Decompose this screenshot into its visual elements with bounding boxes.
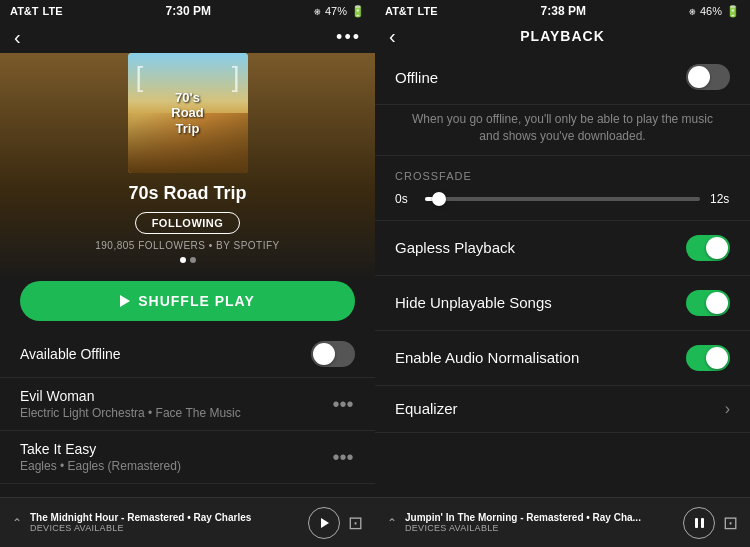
track-more-button[interactable]: ••• [331,393,355,416]
right-np-info: Jumpin' In The Morning - Remastered • Ra… [405,512,675,533]
toggle-thumb [706,292,728,314]
crossfade-max: 12s [710,192,730,206]
right-time: 7:38 PM [541,4,586,18]
settings-equalizer-label: Equalizer [395,400,458,417]
track-more-button[interactable]: ••• [331,446,355,469]
toggle-thumb [706,237,728,259]
gapless-toggle[interactable] [686,235,730,261]
shuffle-play-button[interactable]: SHUFFLE PLAY [20,281,355,321]
right-carrier: AT&T [385,5,414,17]
bracket-left: [ [136,61,144,93]
playlist-header: [ ] 70's Road Trip 70s Road Trip FOLLOWI… [0,53,375,281]
right-bluetooth-icon: ⎈ [689,5,696,17]
chevron-right-icon: › [725,400,730,418]
right-battery: 46% [700,5,722,17]
settings-normalisation-label: Enable Audio Normalisation [395,349,579,366]
right-expand-icon: ⌃ [387,516,397,530]
right-battery-icon: 🔋 [726,5,740,18]
shuffle-label: SHUFFLE PLAY [138,293,255,309]
track-list: Evil Woman Electric Light Orchestra • Fa… [0,378,375,497]
back-button[interactable]: ‹ [14,26,21,49]
album-art-text: 70's Road Trip [171,90,204,137]
pause-bar-1 [695,518,698,528]
right-panel: AT&T LTE 7:38 PM ⎈ 46% 🔋 ‹ PLAYBACK Offl… [375,0,750,547]
toggle-thumb [706,347,728,369]
right-nav: ‹ PLAYBACK [375,22,750,50]
np-info: The Midnight Hour - Remastered • Ray Cha… [30,512,300,533]
settings-list: Offline When you go offline, you'll only… [375,50,750,497]
right-back-button[interactable]: ‹ [389,25,396,48]
offline-settings-toggle[interactable] [686,64,730,90]
offline-row: Available Offline [0,331,375,378]
play-icon [120,295,130,307]
offline-description: When you go offline, you'll only be able… [375,105,750,156]
follow-button[interactable]: FOLLOWING [135,212,241,234]
left-time: 7:30 PM [166,4,211,18]
pause-bar-2 [701,518,704,528]
np-title: The Midnight Hour - Remastered • Ray Cha… [30,512,300,523]
hide-unplayable-toggle[interactable] [686,290,730,316]
play-icon [321,518,329,528]
track-name: Evil Woman [20,388,331,404]
crossfade-min: 0s [395,192,415,206]
dot-2 [190,257,196,263]
album-art: [ ] 70's Road Trip [128,53,248,173]
right-status-bar: AT&T LTE 7:38 PM ⎈ 46% 🔋 [375,0,750,22]
settings-offline: Offline [375,50,750,105]
left-status-right: ⎈ 47% 🔋 [314,5,365,18]
expand-icon: ⌃ [12,516,22,530]
right-devices-icon[interactable]: ⊡ [723,512,738,534]
more-button[interactable]: ••• [336,27,361,48]
right-status-left: AT&T LTE [385,5,437,17]
right-np-sub: DEVICES AVAILABLE [405,523,675,533]
settings-gapless: Gapless Playback [375,221,750,276]
slider-thumb [432,192,446,206]
left-signal: LTE [43,5,63,17]
dot-1 [180,257,186,263]
settings-equalizer[interactable]: Equalizer › [375,386,750,433]
right-status-right: ⎈ 46% 🔋 [689,5,740,18]
playlist-title: 70s Road Trip [128,183,246,204]
crossfade-slider[interactable] [425,197,700,201]
track-meta: Eagles • Eagles (Remastered) [20,459,331,473]
devices-icon[interactable]: ⊡ [348,512,363,534]
right-np-title: Jumpin' In The Morning - Remastered • Ra… [405,512,675,523]
bracket-right: ] [232,61,240,93]
crossfade-label: CROSSFADE [395,170,730,182]
left-status-left: AT&T LTE [10,5,62,17]
left-nav-bar: ‹ ••• [0,22,375,53]
left-battery-icon: 🔋 [351,5,365,18]
right-now-playing-bar[interactable]: ⌃ Jumpin' In The Morning - Remastered • … [375,497,750,547]
toggle-thumb [688,66,710,88]
np-sub: DEVICES AVAILABLE [30,523,300,533]
track-item[interactable]: Dreams Fleetwood Mac • Rumours ••• [0,484,375,497]
track-info: Take It Easy Eagles • Eagles (Remastered… [20,441,331,473]
offline-label: Available Offline [20,346,121,362]
left-status-bar: AT&T LTE 7:30 PM ⎈ 47% 🔋 [0,0,375,22]
settings-hide-unplayable: Hide Unplayable Songs [375,276,750,331]
toggle-thumb [313,343,335,365]
normalisation-toggle[interactable] [686,345,730,371]
crossfade-section: CROSSFADE 0s 12s [375,156,750,221]
pause-button[interactable] [683,507,715,539]
settings-offline-label: Offline [395,69,438,86]
track-item[interactable]: Evil Woman Electric Light Orchestra • Fa… [0,378,375,431]
right-nav-title: PLAYBACK [520,28,605,44]
followers-text: 190,805 FOLLOWERS • BY SPOTIFY [95,240,280,251]
play-button[interactable] [308,507,340,539]
page-dots [180,257,196,263]
offline-toggle[interactable] [311,341,355,367]
settings-gapless-label: Gapless Playback [395,239,515,256]
crossfade-row: 0s 12s [395,192,730,206]
right-signal: LTE [418,5,438,17]
track-item[interactable]: Take It Easy Eagles • Eagles (Remastered… [0,431,375,484]
track-name: Take It Easy [20,441,331,457]
track-info: Evil Woman Electric Light Orchestra • Fa… [20,388,331,420]
left-carrier: AT&T [10,5,39,17]
left-battery: 47% [325,5,347,17]
now-playing-bar[interactable]: ⌃ The Midnight Hour - Remastered • Ray C… [0,497,375,547]
settings-normalisation: Enable Audio Normalisation [375,331,750,386]
left-panel: AT&T LTE 7:30 PM ⎈ 47% 🔋 ‹ ••• [ ] 70's … [0,0,375,547]
track-meta: Electric Light Orchestra • Face The Musi… [20,406,331,420]
settings-hide-label: Hide Unplayable Songs [395,294,552,311]
